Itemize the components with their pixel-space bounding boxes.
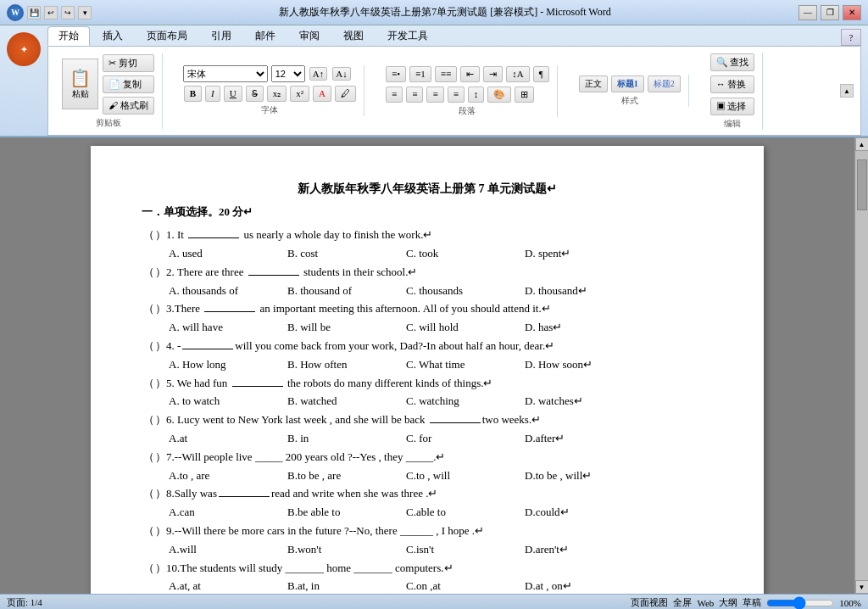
q2-optD: D. thousand↵ xyxy=(525,282,643,300)
bold-button[interactable]: B xyxy=(184,86,202,102)
paste-button[interactable]: 📋 粘贴 xyxy=(62,59,98,109)
strikethrough-button[interactable]: S̶ xyxy=(246,86,264,102)
tab-insert[interactable]: 插入 xyxy=(92,26,134,46)
q4-optA: A. How long xyxy=(169,356,287,374)
customize-quick-icon[interactable]: ▾ xyxy=(78,6,92,20)
numbering-button[interactable]: ≡1 xyxy=(409,66,431,82)
italic-button[interactable]: I xyxy=(205,86,220,102)
cut-button[interactable]: ✂ 剪切 xyxy=(103,54,154,72)
tab-developer[interactable]: 开发工具 xyxy=(376,26,439,46)
q2-optB: B. thousand of xyxy=(287,282,406,300)
title-bar: W 💾 ↩ ↪ ▾ 新人教版年秋季八年级英语上册第7单元测试题 [兼容模式] -… xyxy=(0,0,868,25)
help-button[interactable]: ? xyxy=(841,29,861,46)
vertical-scrollbar[interactable]: ▲ ▼ xyxy=(854,137,868,594)
para-row2: ≡ ≡ ≡ ≡ ↕ 🎨 ⊞ xyxy=(385,86,550,103)
save-quick-icon[interactable]: 💾 xyxy=(27,6,41,20)
font-family-select[interactable]: 宋体 xyxy=(183,65,268,82)
web-view-button[interactable]: Web xyxy=(697,598,714,608)
minimize-button[interactable]: — xyxy=(798,5,817,20)
q10-optD: D.at , on↵ xyxy=(525,578,643,594)
normal-style-button[interactable]: 正文 xyxy=(579,75,608,92)
q4-optC: C. What time xyxy=(406,356,525,374)
print-view-button[interactable]: 页面视图 xyxy=(631,596,668,609)
ribbon-area: ✦ 开始 插入 页面布局 引用 邮件 审阅 视图 开发工具 ? 📋 xyxy=(0,25,868,137)
justify-button[interactable]: ≡ xyxy=(448,87,465,103)
scroll-thumb[interactable] xyxy=(857,159,867,210)
close-button[interactable]: ✕ xyxy=(843,5,861,20)
scroll-track[interactable] xyxy=(856,151,868,580)
scroll-down-button[interactable]: ▼ xyxy=(855,580,869,594)
increase-indent-button[interactable]: ⇥ xyxy=(483,66,503,82)
office-button[interactable]: ✦ xyxy=(7,32,41,66)
font-size-select[interactable]: 12 xyxy=(271,65,305,82)
draft-view-button[interactable]: 草稿 xyxy=(743,596,761,609)
editing-buttons: 🔍 查找 ↔ 替换 ▣ 选择 xyxy=(709,53,756,116)
superscript-button[interactable]: x² xyxy=(290,86,309,102)
editing-group: 🔍 查找 ↔ 替换 ▣ 选择 编辑 xyxy=(703,53,764,130)
clipboard-buttons: 📋 粘贴 ✂ 剪切 📄 复制 🖌 格式刷 xyxy=(62,53,155,115)
sort-button[interactable]: ↕A xyxy=(506,66,529,82)
q6-text: ）6. Lucy went to New York last week , an… xyxy=(155,411,541,429)
replace-button[interactable]: ↔ 替换 xyxy=(710,75,755,93)
question-2-row: （ ）2. There are three students in their … xyxy=(142,264,713,282)
underline-button[interactable]: U xyxy=(224,86,242,102)
heading2-style-button[interactable]: 标题2 xyxy=(648,75,681,92)
shading-button[interactable]: 🎨 xyxy=(487,87,511,103)
borders-button[interactable]: ⊞ xyxy=(515,87,534,103)
align-right-button[interactable]: ≡ xyxy=(426,87,443,103)
copy-button[interactable]: 📄 复制 xyxy=(103,75,154,93)
question-3-row: （ ）3.There an important meeting this aft… xyxy=(142,300,713,318)
undo-quick-icon[interactable]: ↩ xyxy=(44,6,58,20)
show-marks-button[interactable]: ¶ xyxy=(533,66,549,82)
bullets-button[interactable]: ≡• xyxy=(386,66,406,82)
question-7-row: （ ）7.--Will people live _____ 200 years … xyxy=(142,449,713,467)
q2-options: A. thousands of B. thousand of C. thousa… xyxy=(169,282,713,300)
q7-text: ）7.--Will people live _____ 200 years ol… xyxy=(155,449,445,467)
zoom-slider[interactable] xyxy=(766,596,834,610)
highlight-button[interactable]: 🖊 xyxy=(335,86,356,102)
find-button[interactable]: 🔍 查找 xyxy=(710,53,755,71)
q8-paren: （ xyxy=(142,485,155,503)
font-name-size-row: 宋体 12 A↑ A↓ xyxy=(183,65,357,82)
minimize-ribbon-button[interactable]: ▲ xyxy=(840,84,854,98)
multilevel-button[interactable]: ≡≡ xyxy=(435,66,457,82)
subscript-button[interactable]: x₂ xyxy=(267,86,287,102)
restore-button[interactable]: ❐ xyxy=(821,5,839,20)
align-left-button[interactable]: ≡ xyxy=(386,87,403,103)
align-center-button[interactable]: ≡ xyxy=(406,87,423,103)
grow-font-button[interactable]: A↑ xyxy=(309,67,327,81)
tab-mailings[interactable]: 邮件 xyxy=(244,26,287,46)
q8-options: A.can B.be able to C.able to D.could↵ xyxy=(169,504,713,522)
document-page: 新人教版年秋季八年级英语上册第 7 单元测试题↵ 一．单项选择。20 分↵ （ … xyxy=(91,146,764,594)
q6-optC: C. for xyxy=(406,430,525,448)
q8-text: ）8.Sally wasread and write when she was … xyxy=(155,485,438,503)
shrink-font-button[interactable]: A↓ xyxy=(332,67,350,81)
tab-page-layout[interactable]: 页面布局 xyxy=(136,26,198,46)
outline-view-button[interactable]: 大纲 xyxy=(719,596,737,609)
tab-home[interactable]: 开始 xyxy=(47,26,90,46)
tab-review[interactable]: 审阅 xyxy=(288,26,331,46)
decrease-indent-button[interactable]: ⇤ xyxy=(460,66,480,82)
full-screen-button[interactable]: 全屏 xyxy=(673,596,692,609)
tab-view[interactable]: 视图 xyxy=(332,26,375,46)
redo-quick-icon[interactable]: ↪ xyxy=(61,6,75,20)
font-color-button[interactable]: A xyxy=(313,86,331,102)
q3-optC: C. will hold xyxy=(406,319,525,337)
font-format-row: B I U S̶ x₂ x² A 🖊 xyxy=(183,85,357,103)
heading1-style-button[interactable]: 标题1 xyxy=(611,75,644,92)
q10-text: ）10.The students will study _______ home… xyxy=(155,560,453,578)
q5-optC: C. watching xyxy=(406,393,525,411)
q5-blank xyxy=(232,375,283,387)
app-icon: W xyxy=(7,4,24,21)
q3-options: A. will have B. will be C. will hold D. … xyxy=(169,319,713,337)
line-spacing-button[interactable]: ↕ xyxy=(468,87,485,103)
q1-text: ）1. It us nearly a whole day to finish t… xyxy=(155,226,432,244)
format-painter-button[interactable]: 🖌 格式刷 xyxy=(103,97,154,115)
q1-optB: B. cost xyxy=(287,245,406,263)
q5-optA: A. to watch xyxy=(169,393,287,411)
styles-group: 正文 标题1 标题2 样式 xyxy=(571,75,689,107)
tab-references[interactable]: 引用 xyxy=(200,26,242,46)
scroll-up-button[interactable]: ▲ xyxy=(855,137,869,151)
editing-label: 编辑 xyxy=(724,118,741,130)
select-button[interactable]: ▣ 选择 xyxy=(710,98,755,115)
